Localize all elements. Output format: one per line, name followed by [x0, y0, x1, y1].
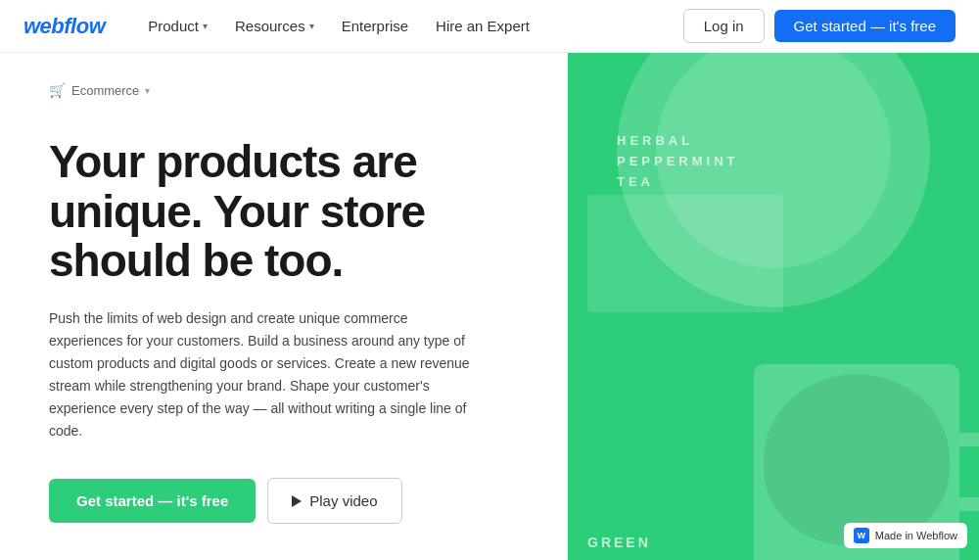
play-video-button[interactable]: Play video: [267, 478, 401, 524]
navbar: webflow Product ▾ Resources ▾ Enterprise…: [0, 0, 979, 53]
chevron-down-icon: ▾: [203, 21, 208, 31]
hero-description: Push the limits of web design and create…: [49, 307, 470, 443]
decorative-card: [587, 195, 783, 312]
cup-handle: [959, 433, 979, 511]
bottom-label: GREEN: [587, 535, 651, 550]
nav-resources[interactable]: Resources ▾: [223, 12, 326, 40]
nav-hire-expert[interactable]: Hire an Expert: [424, 12, 541, 40]
nav-links: Product ▾ Resources ▾ Enterprise Hire an…: [136, 12, 682, 40]
left-panel: 🛒 Ecommerce ▾ Your products are unique. …: [0, 53, 568, 560]
nav-actions: Log in Get started — it's free: [683, 9, 956, 43]
cup-liquid: [764, 374, 950, 545]
cta-row: Get started — it's free Play video: [49, 478, 519, 524]
get-started-nav-button[interactable]: Get started — it's free: [774, 10, 956, 42]
login-button[interactable]: Log in: [683, 9, 765, 43]
nav-product[interactable]: Product ▾: [136, 12, 219, 40]
play-icon: [292, 495, 302, 507]
breadcrumb-label: Ecommerce: [71, 83, 139, 98]
made-in-webflow-badge[interactable]: W Made in Webflow: [844, 523, 967, 548]
chevron-down-icon: ▾: [309, 21, 314, 31]
hero-title: Your products are unique. Your store sho…: [49, 137, 519, 286]
tea-label: HERBAL PEPPERMINT TEA: [617, 131, 739, 192]
logo[interactable]: webflow: [23, 14, 105, 39]
webflow-badge-icon: W: [854, 528, 869, 543]
breadcrumb[interactable]: 🛒 Ecommerce ▾: [49, 82, 519, 98]
made-in-webflow-label: Made in Webflow: [875, 530, 957, 541]
get-started-hero-button[interactable]: Get started — it's free: [49, 479, 256, 523]
breadcrumb-chevron-icon: ▾: [145, 85, 150, 96]
main-content: 🛒 Ecommerce ▾ Your products are unique. …: [0, 53, 979, 560]
cart-icon: 🛒: [49, 82, 66, 98]
hero-illustration: HERBAL PEPPERMINT TEA GREEN W Made in We…: [568, 53, 979, 560]
nav-enterprise[interactable]: Enterprise: [330, 12, 420, 40]
